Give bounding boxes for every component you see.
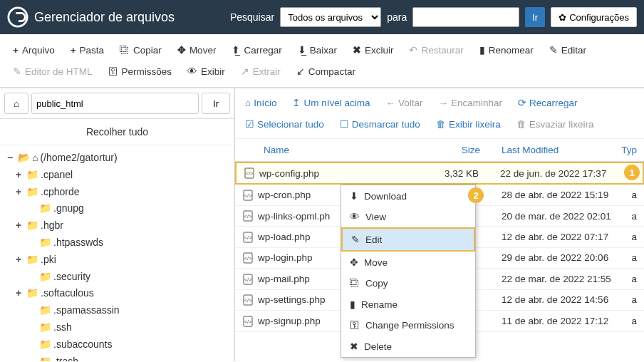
pencil-icon: ✎ [13, 66, 21, 77]
view-trash-button[interactable]: 🗑 Exibir lixeira [430, 115, 507, 133]
html-editor-button: ✎Editor de HTML [6, 61, 100, 81]
restore-button: ↶Restaurar [402, 40, 470, 60]
toggle-icon[interactable]: + [16, 184, 24, 201]
svg-text:</>: </> [244, 214, 251, 219]
new-file-button[interactable]: +Arquivo [6, 40, 62, 60]
ctx-delete[interactable]: ✖Delete [341, 336, 475, 357]
select-all-button[interactable]: ☑ Selecionar tudo [239, 115, 330, 133]
home-button[interactable]: ⌂ [4, 93, 28, 114]
toggle-icon[interactable]: + [16, 285, 24, 302]
extract-icon: ↗ [241, 66, 249, 77]
tree-item[interactable]: 📁.subaccounts [3, 336, 232, 353]
up-level-button[interactable]: ↥ Um nível acima [286, 94, 375, 111]
col-name[interactable]: Name [242, 145, 416, 155]
folder-icon: 📁 [39, 319, 51, 336]
tree-item[interactable]: 📁.gnupg [3, 200, 232, 217]
pencil-icon: ✎ [351, 234, 360, 245]
code-file-icon: </> [242, 189, 258, 200]
collapse-all-button[interactable]: Recolher tudo [0, 119, 234, 145]
file-type: a [616, 232, 637, 242]
path-go-button[interactable]: Ir [202, 93, 230, 114]
file-modified: 12 de abr. de 2022 07:17 [480, 232, 616, 242]
tree-root[interactable]: − 📂 ⌂ (/home2/gatortur) [3, 150, 232, 167]
copy-icon: ⿻ [120, 45, 130, 56]
permissions-button[interactable]: ⚿Permissões [101, 61, 180, 81]
file-modified: 28 de abr. de 2022 15:19 [480, 190, 616, 200]
upload-button[interactable]: ⬆̲Carregar [224, 40, 289, 60]
ctx-download[interactable]: ⬇Download [341, 185, 475, 207]
tree-item[interactable]: +📁.pki [3, 252, 232, 269]
main-area: ⌂ Ir Recolher tudo − 📂 ⌂ (/home2/gatortu… [0, 88, 644, 361]
app-logo: Gerenciador de arquivos [7, 6, 175, 28]
file-name: wp-config.php [259, 168, 415, 179]
folder-name: .softaculous [41, 285, 94, 302]
annotation-badge-2: 2 [468, 187, 484, 203]
code-file-icon: </> [242, 273, 258, 284]
tree-item[interactable]: +📁.cphorde [3, 184, 232, 201]
move-icon: ✥ [177, 44, 186, 56]
file-modified: 22 de mar. de 2022 21:55 [480, 274, 616, 284]
col-modified[interactable]: Last Modified [480, 145, 616, 155]
home-icon: ⌂ [14, 98, 19, 109]
ctx-edit[interactable]: ✎Edit2 [341, 227, 475, 252]
ctx-move[interactable]: ✥Move [341, 252, 475, 273]
folder-icon: 📁 [39, 234, 51, 252]
svg-text:</>: </> [244, 235, 251, 240]
ctx-view[interactable]: 👁View [341, 207, 475, 227]
home-nav-button[interactable]: ⌂ Início [239, 94, 282, 111]
col-type[interactable]: Typ [616, 145, 637, 155]
tree-item[interactable]: 📁.security [3, 269, 232, 286]
ctx-copy[interactable]: ⿻Copy [341, 273, 475, 294]
move-button[interactable]: ✥Mover [170, 40, 224, 60]
compress-button[interactable]: ↙Compactar [289, 61, 363, 81]
delete-button[interactable]: ✖Excluir [346, 40, 401, 60]
toggle-icon[interactable]: + [16, 217, 24, 234]
folder-name: .hgbr [41, 217, 63, 234]
path-input[interactable] [31, 93, 199, 114]
file-icon: ▮ [350, 299, 355, 310]
download-icon: ⬇ [350, 190, 358, 202]
toggle-icon[interactable]: + [16, 167, 24, 184]
deselect-all-button[interactable]: ☐ Desmarcar tudo [334, 115, 426, 133]
reload-button[interactable]: ⟳ Recarregar [512, 94, 583, 111]
tree-item[interactable]: +📁.softaculous [3, 285, 232, 302]
tree-item[interactable]: 📁.htpasswds [3, 234, 232, 252]
plus-icon: + [71, 45, 76, 56]
code-file-icon: </> [242, 315, 258, 326]
tree-item[interactable]: 📁.spamassassin [3, 302, 232, 319]
settings-button[interactable]: ✿Configurações [551, 7, 637, 27]
move-icon: ✥ [350, 257, 358, 268]
copy-button[interactable]: ⿻Copiar [113, 40, 169, 60]
toggle-icon[interactable]: + [16, 252, 24, 269]
search-scope-select[interactable]: Todos os arquivos [280, 7, 381, 27]
compress-icon: ↙ [296, 66, 305, 77]
file-type: a [616, 190, 637, 200]
download-icon: ⬇̲ [298, 44, 306, 56]
col-size[interactable]: Size [416, 145, 480, 155]
file-type: a [616, 211, 637, 222]
edit-button[interactable]: ✎Editar [542, 40, 593, 60]
tree-item[interactable]: 📁.trash [3, 353, 232, 361]
table-row[interactable]: </>wp-config.php3,32 KB22 de jun. de 202… [235, 162, 644, 185]
folder-name: .gnupg [53, 200, 84, 217]
for-label: para [387, 11, 407, 23]
search-input[interactable] [412, 7, 519, 27]
cpanel-icon [7, 6, 28, 28]
tree-item[interactable]: +📁.hgbr [3, 217, 232, 234]
search-go-button[interactable]: Ir [525, 7, 545, 27]
view-button[interactable]: 👁Exibir [180, 61, 232, 81]
ctx-rename[interactable]: ▮Rename [341, 294, 475, 315]
svg-text:</>: </> [244, 277, 251, 282]
download-button[interactable]: ⬇̲Baixar [291, 40, 344, 60]
svg-text:</>: </> [244, 256, 251, 261]
app-header: Gerenciador de arquivos Pesquisar Todos … [0, 0, 644, 34]
tree-item[interactable]: +📁.cpanel [3, 167, 232, 184]
code-file-icon: </> [242, 210, 258, 222]
tree-item[interactable]: 📁.ssh [3, 319, 232, 336]
ctx-permissions[interactable]: ⚿Change Permissions [341, 315, 475, 336]
toggle-icon[interactable]: − [7, 150, 16, 167]
app-title: Gerenciador de arquivos [34, 10, 175, 25]
rename-button[interactable]: ▮Renomear [472, 40, 541, 60]
file-type: a [616, 252, 637, 263]
new-folder-button[interactable]: +Pasta [63, 40, 111, 60]
